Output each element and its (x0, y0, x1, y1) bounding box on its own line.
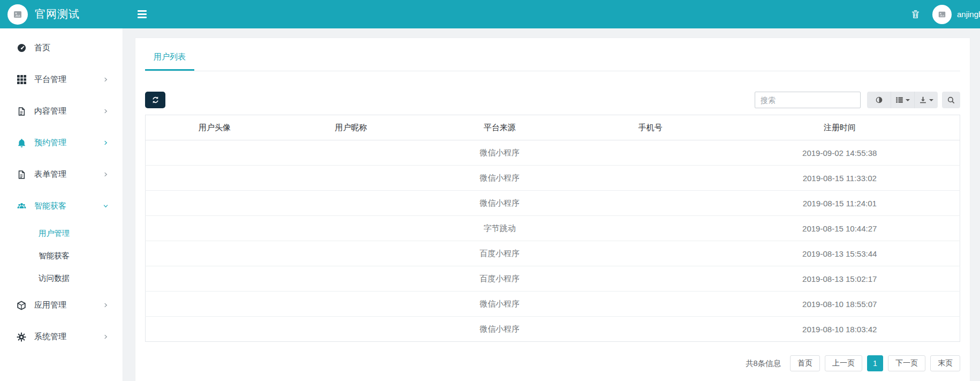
sidebar-item-content[interactable]: 内容管理 (0, 95, 123, 127)
sidebar-item-home[interactable]: 首页 (0, 32, 123, 64)
sidebar-item-label: 首页 (34, 43, 50, 53)
sidebar-item-label: 智能获客 (34, 201, 66, 211)
sidebar-item-platform[interactable]: 平台管理 (0, 64, 123, 95)
chevron-right-icon (103, 140, 109, 146)
pagination-page-1-button[interactable]: 1 (867, 355, 883, 371)
sidebar-item-reservation[interactable]: 预约管理 (0, 127, 123, 159)
users-icon (16, 201, 27, 211)
column-header-register-time: 注册时间 (719, 115, 960, 140)
dashboard-icon (16, 43, 27, 53)
cell-avatar (146, 216, 284, 241)
trash-icon[interactable] (910, 9, 921, 20)
chevron-down-icon (906, 99, 910, 101)
brand-logo (7, 4, 28, 25)
cell-nickname (284, 216, 418, 241)
sidebar-item-label: 平台管理 (34, 74, 66, 85)
pagination-next-button[interactable]: 下一页 (888, 355, 925, 371)
search-button[interactable] (942, 92, 960, 108)
column-header-phone: 手机号 (581, 115, 720, 140)
chevron-right-icon (103, 171, 109, 177)
user-name[interactable]: anjingb (957, 10, 980, 19)
cell-register-time: 2019-08-15 10:44:27 (719, 216, 960, 241)
sidebar-item-label: 表单管理 (34, 169, 66, 180)
tab-user-list[interactable]: 用户列表 (145, 52, 194, 71)
grid-icon (16, 75, 27, 85)
columns-icon (895, 96, 903, 104)
pagination-first-button[interactable]: 首页 (790, 355, 820, 371)
cell-phone (581, 216, 720, 241)
column-header-avatar: 用户头像 (146, 115, 284, 140)
chevron-right-icon (103, 334, 109, 340)
toggle-view-button[interactable] (867, 92, 891, 108)
columns-button[interactable] (891, 92, 914, 108)
cell-phone (581, 292, 720, 317)
cell-phone (581, 191, 720, 216)
sidebar-item-forms[interactable]: 表单管理 (0, 159, 123, 190)
pagination-prev-button[interactable]: 上一页 (825, 355, 862, 371)
sidebar-submenu-smart-leads: 用户管理 智能获客 访问数据 (0, 222, 123, 289)
refresh-button[interactable] (145, 92, 165, 108)
toggle-view-icon (875, 96, 883, 104)
table-row: 字节跳动 2019-08-15 10:44:27 (146, 216, 960, 241)
cell-register-time: 2019-08-10 18:03:42 (719, 317, 960, 342)
sidebar-item-label: 预约管理 (34, 138, 66, 148)
table-row: 微信小程序 2019-08-15 11:33:02 (146, 166, 960, 191)
search-icon (947, 96, 955, 104)
app-root: 官网测试 anjingb (0, 0, 980, 381)
sidebar-subitem-visit-data[interactable]: 访问数据 (0, 267, 123, 289)
sidebar-item-label: 应用管理 (34, 300, 66, 310)
sidebar-subitem-label: 智能获客 (39, 251, 70, 261)
cell-register-time: 2019-08-13 15:02:17 (719, 266, 960, 292)
bell-icon (16, 138, 27, 148)
download-icon (919, 96, 927, 104)
table-row: 微信小程序 2019-09-02 14:55:38 (146, 140, 960, 166)
export-button[interactable] (914, 92, 938, 108)
image-placeholder-icon (13, 10, 22, 19)
cell-register-time: 2019-09-02 14:55:38 (719, 140, 960, 166)
cell-platform: 微信小程序 (418, 292, 581, 317)
user-avatar[interactable] (932, 5, 952, 24)
cell-avatar (146, 241, 284, 266)
sidebar-subitem-user-management[interactable]: 用户管理 (0, 222, 123, 244)
cell-platform: 百度小程序 (418, 241, 581, 266)
table-row: 百度小程序 2019-08-13 15:53:44 (146, 241, 960, 266)
cell-nickname (284, 191, 418, 216)
sidebar-item-smart-leads[interactable]: 智能获客 (0, 190, 123, 222)
brand-title: 官网测试 (35, 7, 80, 21)
cell-register-time: 2019-08-15 11:33:02 (719, 166, 960, 191)
cell-phone (581, 317, 720, 342)
top-bar: 官网测试 anjingb (0, 0, 980, 28)
sidebar-item-applications[interactable]: 应用管理 (0, 289, 123, 321)
sidebar-item-system[interactable]: 系统管理 (0, 321, 123, 353)
cell-platform: 微信小程序 (418, 166, 581, 191)
top-bar-right: anjingb (910, 0, 980, 28)
cell-nickname (284, 266, 418, 292)
search-input[interactable] (755, 92, 861, 108)
cell-avatar (146, 191, 284, 216)
table-options-button-group (867, 92, 938, 108)
cell-platform: 百度小程序 (418, 266, 581, 292)
cell-register-time: 2019-08-13 15:53:44 (719, 241, 960, 266)
pagination-total: 共8条信息 (746, 358, 781, 369)
sidebar-subitem-label: 用户管理 (39, 228, 70, 238)
cell-platform: 字节跳动 (418, 216, 581, 241)
sidebar-subitem-smart-leads[interactable]: 智能获客 (0, 244, 123, 267)
sidebar-item-label: 内容管理 (34, 106, 66, 116)
chevron-right-icon (103, 77, 109, 83)
user-table: 用户头像 用户昵称 平台来源 手机号 注册时间 微信小程序 (145, 115, 960, 342)
cell-platform: 微信小程序 (418, 191, 581, 216)
column-header-platform: 平台来源 (418, 115, 581, 140)
brand: 官网测试 (0, 0, 123, 28)
cell-avatar (146, 166, 284, 191)
cell-avatar (146, 140, 284, 166)
cell-platform: 微信小程序 (418, 317, 581, 342)
cell-register-time: 2019-08-10 18:55:07 (719, 292, 960, 317)
cell-nickname (284, 241, 418, 266)
pagination-last-button[interactable]: 末页 (930, 355, 960, 371)
menu-icon[interactable] (138, 10, 147, 18)
top-bar-rest (123, 0, 980, 28)
content-card: 用户列表 (135, 38, 970, 381)
chevron-right-icon (103, 108, 109, 114)
cell-platform: 微信小程序 (418, 140, 581, 166)
table-row: 微信小程序 2019-08-10 18:55:07 (146, 292, 960, 317)
